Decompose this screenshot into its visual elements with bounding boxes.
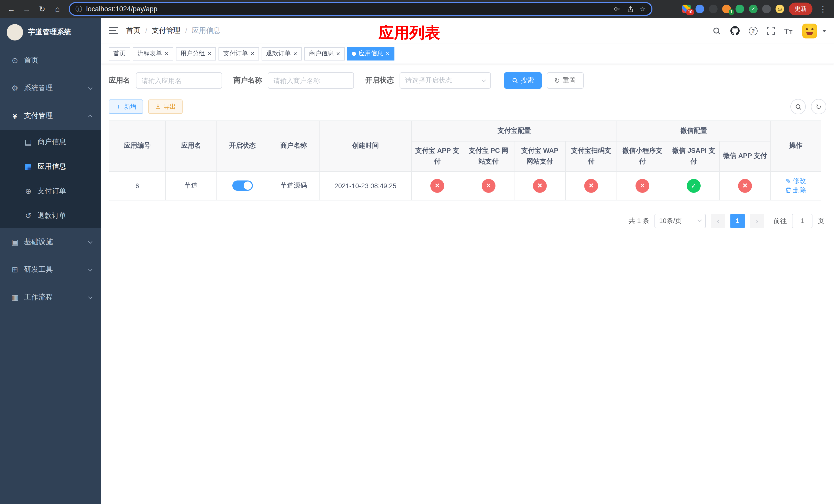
breadcrumb-home[interactable]: 首页 <box>126 26 140 36</box>
fullscreen-icon[interactable] <box>767 27 775 35</box>
back-icon[interactable]: ← <box>5 3 18 15</box>
sidebar-item-app-info[interactable]: ▦ 应用信息 <box>0 154 101 179</box>
merchant-name-input[interactable] <box>268 72 354 89</box>
address-bar[interactable]: ⓘ localhost:1024/pay/app ☆ <box>69 2 653 16</box>
sidebar-item-home[interactable]: ⊙ 首页 <box>0 47 101 74</box>
col-wx-jsapi: 微信 JSAPI 支付 <box>668 141 719 171</box>
status-select[interactable]: 请选择开启状态 <box>399 72 491 89</box>
export-button[interactable]: 导出 <box>148 99 182 114</box>
avatar-caret-icon[interactable] <box>822 29 826 32</box>
close-icon[interactable]: × <box>336 50 340 57</box>
reload-icon[interactable]: ↻ <box>36 3 48 15</box>
alipay-pc-status-icon <box>482 179 496 192</box>
cell-status <box>217 171 268 200</box>
emoji-extension-icon[interactable]: ☺ <box>775 5 784 13</box>
trash-icon <box>785 187 791 193</box>
reset-button[interactable]: ↻ 重置 <box>547 72 584 89</box>
sidebar-item-system[interactable]: ⚙ 系统管理 <box>0 74 101 102</box>
goto-page-input[interactable] <box>792 213 812 228</box>
collapse-sidebar-icon[interactable] <box>109 27 118 35</box>
active-dot <box>352 51 356 55</box>
alipay-app-status-icon <box>430 179 444 192</box>
font-size-icon[interactable]: TT <box>784 26 793 35</box>
app-name-label: 应用名 <box>109 76 130 85</box>
refresh-icon: ↻ <box>554 77 560 84</box>
alipay-qr-status-icon <box>584 179 598 192</box>
add-button[interactable]: ＋ 新增 <box>109 99 143 114</box>
extension-badge: 10 <box>686 9 694 15</box>
breadcrumb-section[interactable]: 支付管理 <box>152 26 180 36</box>
browser-update-button[interactable]: 更新 <box>789 3 812 15</box>
sidebar-item-workflow[interactable]: ▥ 工作流程 <box>0 283 101 311</box>
sidebar-item-refund-order[interactable]: ↺ 退款订单 <box>0 204 101 228</box>
total-count: 共 1 条 <box>629 216 649 225</box>
chevron-down-icon <box>88 295 93 299</box>
help-icon[interactable]: ? <box>749 26 757 35</box>
user-avatar[interactable] <box>802 23 817 38</box>
edit-button[interactable]: ✎ 修改 <box>786 176 806 186</box>
cell-app-name: 芋道 <box>166 171 217 200</box>
refresh-table-button[interactable]: ↻ <box>811 99 826 114</box>
profile-badge: 1 <box>729 9 734 15</box>
tab-flow-form[interactable]: 流程表单× <box>133 47 173 60</box>
search-button[interactable]: 搜索 <box>504 72 542 89</box>
profile-avatar-icon[interactable]: 1 <box>722 5 731 13</box>
tab-pay-order[interactable]: 支付订单× <box>219 47 259 60</box>
goto-suffix: 页 <box>818 216 824 225</box>
toggle-search-button[interactable] <box>790 99 806 114</box>
app-name-input[interactable] <box>136 72 222 89</box>
extensions-icon[interactable]: 10 <box>682 5 691 13</box>
next-page-button[interactable]: › <box>750 213 764 228</box>
extension-blue-icon[interactable] <box>696 5 704 13</box>
tab-merchant-info[interactable]: 商户信息× <box>304 47 345 60</box>
sidebar-item-infra[interactable]: ▣ 基础设施 <box>0 228 101 256</box>
workflow-icon: ▥ <box>9 293 21 302</box>
tab-user-group[interactable]: 用户分组× <box>176 47 216 60</box>
extension-gray-icon[interactable] <box>762 5 771 13</box>
col-create-time: 创建时间 <box>319 121 412 171</box>
page-size-select[interactable]: 10条/页 <box>655 213 706 228</box>
search-icon[interactable] <box>712 26 721 35</box>
tab-app-info[interactable]: 应用信息× <box>347 47 394 60</box>
browser-menu-icon[interactable]: ⋮ <box>817 4 829 14</box>
close-icon[interactable]: × <box>207 50 211 57</box>
page-content: 应用名 商户名称 开启状态 请选择开启状态 <box>101 64 834 504</box>
share-icon[interactable] <box>627 5 634 13</box>
current-page-button[interactable]: 1 <box>730 213 745 228</box>
tags-view-bar: 首页 流程表单× 用户分组× 支付订单× 退款订单× 商户信息× 应用信息× <box>101 44 834 64</box>
close-icon[interactable]: × <box>164 50 169 57</box>
sidebar-item-payment[interactable]: ¥ 支付管理 <box>0 102 101 130</box>
github-icon[interactable] <box>730 26 739 36</box>
home-icon[interactable]: ⌂ <box>51 3 64 15</box>
site-info-icon[interactable]: ⓘ <box>75 4 82 14</box>
breadcrumb-current: 应用信息 <box>192 26 221 36</box>
filter-form: 应用名 商户名称 开启状态 请选择开启状态 <box>109 72 826 89</box>
sidebar-item-merchant-info[interactable]: ▤ 商户信息 <box>0 130 101 154</box>
check-extension-icon[interactable]: ✓ <box>749 5 758 13</box>
password-key-icon[interactable] <box>614 5 621 13</box>
col-app-id: 应用编号 <box>109 121 166 171</box>
payment-submenu: ▤ 商户信息 ▦ 应用信息 ⊕ 支付订单 ↺ 退款订单 <box>0 130 101 228</box>
close-icon[interactable]: × <box>250 50 254 57</box>
sidebar-item-pay-order[interactable]: ⊕ 支付订单 <box>0 179 101 204</box>
cell-merchant-name: 芋道源码 <box>268 171 319 200</box>
status-toggle[interactable] <box>232 181 253 191</box>
close-icon[interactable]: × <box>293 50 297 57</box>
refund-icon: ↺ <box>23 211 34 221</box>
tab-refund-order[interactable]: 退款订单× <box>262 47 302 60</box>
delete-button[interactable]: 删除 <box>785 186 806 195</box>
close-icon[interactable]: × <box>386 50 390 57</box>
table-tools: ↻ <box>790 99 826 114</box>
screen: ← → ↻ ⌂ ⓘ localhost:1024/pay/app ☆ 10 1 … <box>0 0 834 504</box>
bookmark-star-icon[interactable]: ☆ <box>640 5 646 13</box>
tab-home[interactable]: 首页 <box>109 47 130 60</box>
wechat-extension-icon[interactable] <box>736 5 744 13</box>
browser-chrome: ← → ↻ ⌂ ⓘ localhost:1024/pay/app ☆ 10 1 … <box>0 0 834 18</box>
prev-page-button[interactable]: ‹ <box>711 213 725 228</box>
forward-icon[interactable]: → <box>21 3 33 15</box>
sidebar-item-dev-tools[interactable]: ⊞ 研发工具 <box>0 256 101 283</box>
breadcrumb-separator: / <box>185 27 187 35</box>
card-icon: ▤ <box>23 137 34 147</box>
tools-icon: ⊞ <box>9 265 21 274</box>
extension-dark-icon[interactable] <box>709 5 718 13</box>
